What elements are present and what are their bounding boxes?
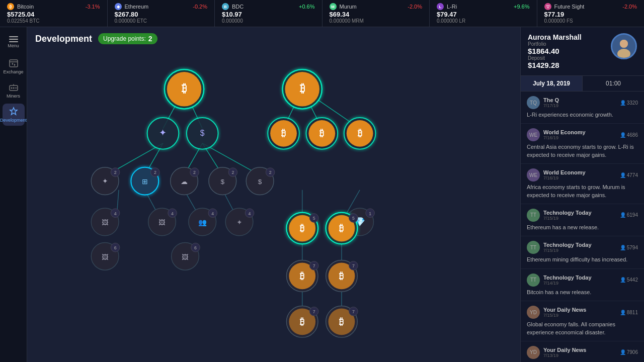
- news-source-row: YD Your Daily News 7/15/19: [527, 306, 586, 319]
- svg-text:₿: ₿: [300, 317, 304, 327]
- ticker-icon-futuresight: ▽: [544, 3, 551, 10]
- avatar-image: [612, 35, 635, 58]
- date-cell: July 18, 2019: [521, 76, 583, 91]
- news-date: 7/14/19: [543, 281, 592, 286]
- main-layout: Menu Exchange Miners Devel: [0, 27, 644, 362]
- followers-icon: 👤: [620, 277, 626, 283]
- ticker-item-lri[interactable]: L L-Ri +9.6% $79.47 0.000000 LR: [430, 0, 537, 27]
- news-item[interactable]: TT Technology Today 7/15/19 👤 6194 Ether…: [521, 204, 644, 236]
- ticker-icon-bitcoin: ₿: [7, 3, 14, 10]
- svg-text:👥: 👥: [198, 218, 207, 227]
- followers-icon: 👤: [620, 132, 626, 138]
- news-item[interactable]: WE World Economy 7/16/19 👤 4686 Central …: [521, 124, 644, 164]
- portfolio-label: Portfolio: [528, 41, 582, 47]
- svg-point-3: [13, 87, 14, 89]
- svg-text:⊞: ⊞: [142, 178, 148, 186]
- news-source-row: WE World Economy 7/16/19: [527, 168, 586, 182]
- news-header: WE World Economy 7/16/19 👤 4774: [527, 168, 638, 182]
- news-avatar: WE: [527, 168, 540, 182]
- svg-text:7: 7: [313, 309, 315, 314]
- ticker-item-bitcoin[interactable]: ₿ Bitcoin -3.1% $5725.04 0.022554 BTC: [0, 0, 108, 27]
- svg-text:6: 6: [194, 245, 197, 250]
- svg-text:4: 4: [249, 211, 251, 216]
- news-source-row: WE World Economy 7/16/19: [527, 128, 586, 141]
- ticker-change-lri: +9.6%: [514, 4, 530, 10]
- news-item[interactable]: YD Your Daily News 7/15/19 👤 8811 Global…: [521, 301, 644, 341]
- ticker-price-futuresight: $77.19: [544, 11, 637, 18]
- news-source-info: World Economy 7/16/19: [543, 129, 586, 140]
- svg-text:4: 4: [211, 211, 214, 216]
- news-item[interactable]: TT Technology Today 7/14/19 👤 5442 Bitco…: [521, 269, 644, 301]
- news-header: TT Technology Today 7/15/19 👤 5794: [527, 241, 638, 254]
- news-source-info: Your Daily News 7/15/19: [543, 307, 586, 318]
- svg-text:2: 2: [231, 170, 234, 175]
- ticker-name-ethereum: Ethereum: [125, 4, 149, 10]
- ticker-item-ethereum[interactable]: ◆ Ethereum -0.2% $267.80 0.000000 ETC: [108, 0, 215, 27]
- news-text: Global economy falls. All companies expe…: [527, 321, 638, 336]
- ticker-icon-murum: M: [330, 3, 337, 10]
- sidebar-menu-btn[interactable]: Menu: [3, 31, 25, 53]
- svg-text:☁: ☁: [181, 178, 188, 186]
- followers-icon: 👤: [620, 310, 626, 315]
- news-source-row: YD Your Daily News 7/13/19: [527, 346, 586, 359]
- news-followers: 👤 6194: [620, 212, 638, 218]
- news-text: Ethereum mining difficulty has increased…: [527, 256, 638, 263]
- news-date: 7/17/19: [543, 103, 559, 108]
- portfolio-value: $1864.40: [528, 47, 582, 55]
- news-item[interactable]: TT Technology Today 7/15/19 👤 5794 Ether…: [521, 236, 644, 268]
- ticker-item-futuresight[interactable]: ▽ Future Sight -2.0% $77.19 0.000000 FS: [537, 0, 645, 27]
- svg-text:7: 7: [352, 309, 355, 314]
- sidebar-exchange-btn[interactable]: Exchange: [3, 55, 25, 77]
- news-item[interactable]: WE World Economy 7/16/19 👤 4774 Africa e…: [521, 164, 644, 204]
- sidebar-miners-btn[interactable]: Miners: [3, 79, 25, 102]
- dev-title: Development: [35, 34, 92, 44]
- ticker-change-futuresight: -2.0%: [622, 4, 637, 10]
- svg-point-2: [11, 87, 12, 89]
- ticker-change-bdc: +0.6%: [299, 4, 315, 10]
- avatar: [611, 33, 637, 59]
- ticker-amount-murum: 0.000000 MRM: [330, 18, 423, 24]
- news-avatar: YD: [527, 346, 540, 359]
- ticker-price-bitcoin: $5725.04: [7, 11, 100, 18]
- development-icon: [9, 107, 19, 117]
- news-source-name: World Economy: [543, 169, 586, 175]
- ticker-item-bdc[interactable]: B BDC +0.6% $10.97 0.000000: [215, 0, 323, 27]
- sidebar-development-btn[interactable]: Development: [3, 104, 25, 126]
- ticker-change-bitcoin: -3.1%: [86, 4, 100, 10]
- svg-text:2: 2: [193, 170, 196, 175]
- svg-text:₿: ₿: [339, 317, 344, 327]
- news-followers: 👤 7906: [620, 349, 638, 355]
- news-item[interactable]: YD Your Daily News 7/13/19 👤 7906 Future…: [521, 341, 644, 362]
- news-date: 7/16/19: [543, 135, 586, 140]
- svg-text:🖼: 🖼: [158, 219, 166, 226]
- ticker-item-murum[interactable]: M Murum -2.0% $69.34 0.000000 MRM: [323, 0, 430, 27]
- ticker-price-murum: $69.34: [330, 11, 423, 18]
- deposit-value: $1429.28: [528, 61, 582, 69]
- news-source-name: Technology Today: [543, 210, 592, 216]
- ticker-name-bitcoin: Bitcoin: [17, 4, 34, 10]
- svg-text:4: 4: [171, 211, 174, 216]
- dev-header: Development Upgrade points: 2: [27, 27, 520, 50]
- followers-icon: 👤: [620, 349, 626, 355]
- svg-text:4: 4: [114, 211, 117, 216]
- svg-text:₿: ₿: [339, 223, 344, 233]
- svg-text:₿: ₿: [339, 271, 344, 281]
- svg-text:7: 7: [352, 263, 355, 268]
- skill-tree: ₿ ₿ ✦ $ ₿ ₿ ₿: [27, 52, 520, 362]
- miners-label: Miners: [7, 94, 20, 99]
- news-source-name: Technology Today: [543, 275, 592, 281]
- upgrade-label: Upgrade points:: [103, 35, 146, 42]
- svg-text:6: 6: [114, 245, 117, 250]
- svg-text:₿: ₿: [300, 271, 304, 281]
- news-source-name: The Q: [543, 97, 559, 103]
- news-source-name: World Economy: [543, 129, 586, 135]
- svg-text:✦: ✦: [159, 128, 167, 138]
- news-text: Africa economy starts to grow. Murum is …: [527, 184, 638, 199]
- news-text: Ethereum has a new release.: [527, 224, 638, 231]
- news-date: 7/13/19: [543, 353, 586, 358]
- news-item[interactable]: TQ The Q 7/17/19 👤 3320 L-Ri experiences…: [521, 92, 644, 124]
- news-source-row: TT Technology Today 7/15/19: [527, 241, 592, 254]
- ticker-amount-bitcoin: 0.022554 BTC: [7, 18, 100, 24]
- ticker-icon-lri: L: [437, 3, 444, 10]
- ticker-change-ethereum: -0.2%: [193, 4, 207, 10]
